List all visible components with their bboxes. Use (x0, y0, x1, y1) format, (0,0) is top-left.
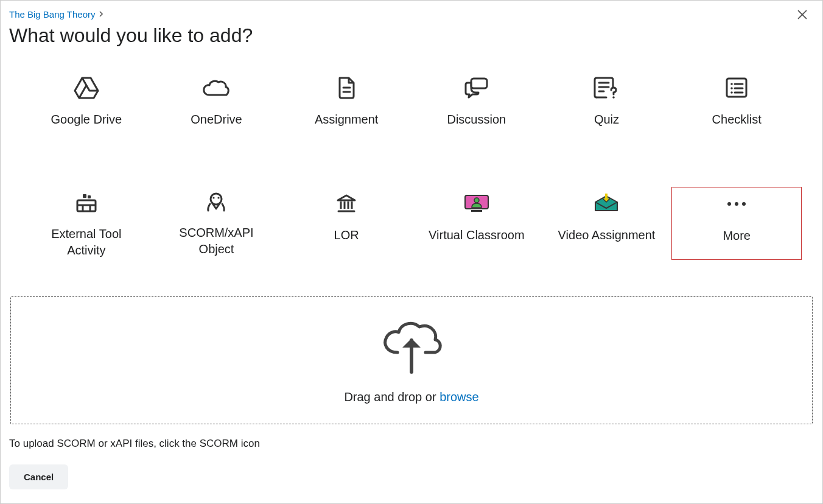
assignment-icon (335, 76, 357, 99)
svg-point-33 (742, 202, 746, 206)
svg-point-30 (474, 198, 479, 203)
external-tool-icon (74, 192, 99, 214)
quiz-icon (593, 76, 620, 99)
tile-lor[interactable]: LOR (281, 187, 412, 260)
onedrive-icon (202, 76, 230, 99)
upload-cloud-icon (378, 317, 445, 376)
file-dropzone[interactable]: Drag and drop or browse (10, 296, 813, 424)
browse-link[interactable]: browse (440, 390, 478, 404)
google-drive-icon (73, 76, 100, 99)
scorm-help-text: To upload SCORM or xAPI files, click the… (9, 438, 814, 450)
tile-virtual-classroom[interactable]: Virtual Classroom (412, 187, 542, 260)
close-button[interactable] (796, 8, 809, 24)
svg-rect-19 (88, 195, 91, 198)
tile-label: Checklist (712, 111, 762, 128)
tile-discussion[interactable]: Discussion (412, 71, 542, 144)
svg-rect-29 (471, 210, 482, 212)
cancel-button[interactable]: Cancel (9, 464, 68, 489)
tile-label: OneDrive (191, 111, 242, 128)
svg-point-32 (735, 202, 738, 206)
tile-label: More (723, 228, 751, 244)
discussion-icon (463, 76, 491, 99)
tile-scorm[interactable]: SCORM/xAPI Object (152, 187, 282, 260)
svg-point-10 (730, 87, 733, 89)
svg-point-21 (213, 197, 215, 198)
tile-onedrive[interactable]: OneDrive (152, 71, 282, 144)
page-title: What would you like to add? (9, 24, 814, 47)
tile-video-assignment[interactable]: Video Assignment (542, 187, 672, 260)
svg-rect-18 (83, 194, 86, 198)
close-icon (796, 8, 809, 21)
tile-label: Google Drive (51, 111, 122, 128)
tile-assignment[interactable]: Assignment (281, 71, 412, 144)
tile-label: Discussion (447, 111, 506, 128)
tile-external-tool[interactable]: External Tool Activity (21, 187, 152, 260)
tile-label: Assignment (315, 111, 379, 128)
svg-point-12 (730, 91, 733, 94)
tile-label: External Tool Activity (35, 226, 138, 259)
chevron-right-icon (99, 10, 103, 19)
svg-point-6 (613, 96, 615, 99)
tile-label: Virtual Classroom (429, 227, 524, 243)
breadcrumb: The Big Bang Theory (9, 9, 814, 19)
lor-icon (335, 192, 357, 215)
tile-checklist[interactable]: Checklist (671, 71, 802, 144)
scorm-icon (204, 192, 228, 212)
dropzone-prefix: Drag and drop or (344, 390, 440, 404)
virtual-classroom-icon (463, 192, 491, 215)
svg-rect-2 (471, 79, 487, 88)
svg-point-22 (218, 197, 220, 198)
tile-more[interactable]: More (671, 187, 802, 260)
tile-label: LOR (334, 227, 359, 243)
breadcrumb-course-link[interactable]: The Big Bang Theory (9, 9, 95, 19)
more-icon (723, 192, 750, 215)
svg-point-8 (730, 83, 733, 85)
tile-quiz[interactable]: Quiz (542, 71, 672, 144)
add-content-modal: The Big Bang Theory What would you like … (0, 0, 823, 504)
dropzone-text: Drag and drop or browse (344, 390, 478, 404)
tile-label: Video Assignment (558, 227, 656, 243)
tile-google-drive[interactable]: Google Drive (21, 71, 152, 144)
checklist-icon (724, 76, 749, 99)
tile-label: SCORM/xAPI Object (164, 225, 268, 257)
tile-label: Quiz (594, 111, 619, 128)
content-type-grid: Google Drive OneDrive Assignment (21, 71, 802, 260)
video-assignment-icon (592, 192, 620, 215)
svg-point-31 (727, 202, 731, 206)
